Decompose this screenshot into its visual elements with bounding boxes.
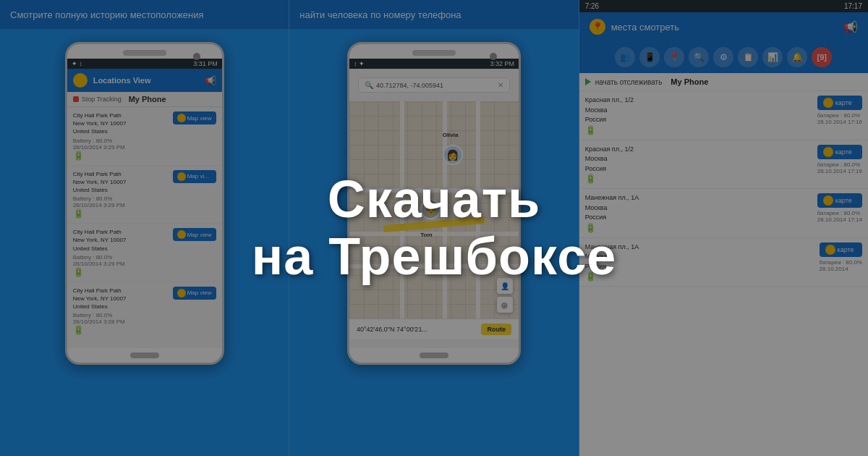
- dark-overlay: [0, 0, 868, 456]
